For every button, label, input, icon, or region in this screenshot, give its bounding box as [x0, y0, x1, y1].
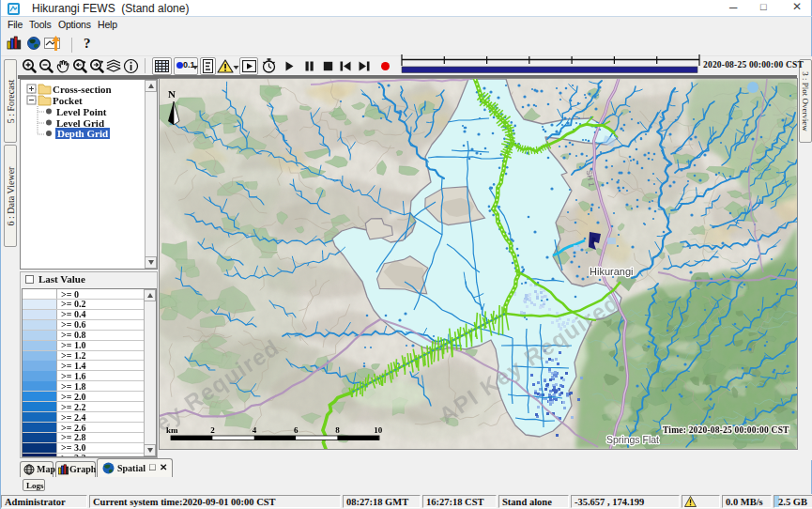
- svg-text:Time: 2020-08-25 00:00:00 CST: Time: 2020-08-25 00:00:00 CST: [663, 425, 789, 435]
- svg-text:Springs Flat: Springs Flat: [606, 434, 659, 445]
- svg-text:6: 6: [294, 425, 299, 435]
- svg-text:10: 10: [374, 425, 383, 435]
- svg-text:8: 8: [335, 425, 340, 435]
- svg-text:4: 4: [253, 425, 257, 435]
- svg-text:N: N: [168, 88, 176, 100]
- svg-text:km: km: [166, 425, 178, 435]
- svg-text:2: 2: [210, 425, 215, 435]
- svg-text:Hikurangi: Hikurangi: [590, 266, 633, 277]
